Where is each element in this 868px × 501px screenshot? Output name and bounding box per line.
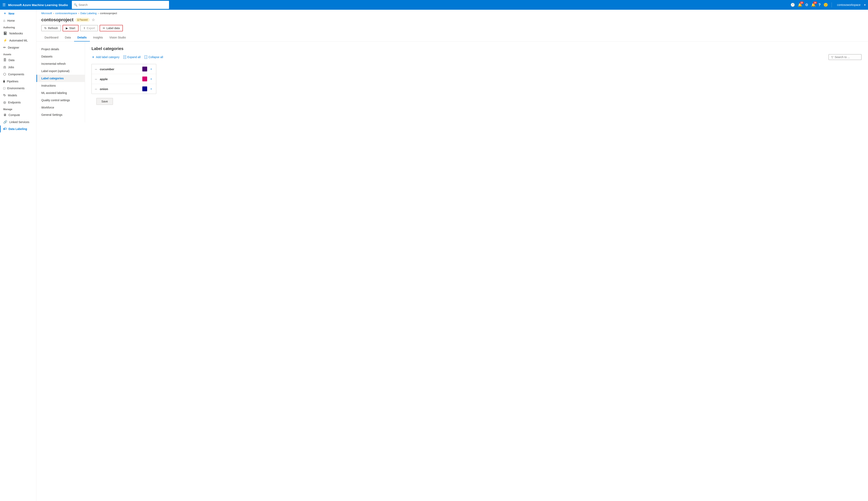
designer-icon: ✏ — [3, 45, 6, 50]
color-swatch-cucumber[interactable] — [142, 67, 147, 72]
search-icon: 🔍 — [74, 3, 77, 7]
add-subcategory-apple[interactable]: ＋ — [150, 77, 153, 81]
sidebar-item-notebooks[interactable]: 📓 Notebooks — [0, 30, 36, 37]
nav-label-export[interactable]: Label export (optional) — [36, 67, 85, 75]
workspace-selector[interactable]: This workspace ▾ — [151, 2, 167, 8]
add-subcategory-onion[interactable]: ＋ — [150, 87, 153, 91]
home-icon: ⌂ — [3, 19, 5, 22]
sidebar-item-automated-ml[interactable]: ⚡ Automated ML — [0, 37, 36, 44]
clock-icon[interactable]: 🕐 — [791, 3, 795, 7]
tab-insights[interactable]: Insights — [90, 34, 106, 42]
notebook-icon: 📓 — [3, 31, 7, 35]
main-layout: ＋ New ⌂ Home Authoring 📓 Notebooks ⚡ Aut… — [0, 10, 868, 501]
sidebar-item-data-labeling[interactable]: 🏷 Data Labeling — [0, 126, 36, 132]
breadcrumb-microsoft[interactable]: Microsoft — [41, 12, 52, 15]
jobs-label: Jobs — [8, 66, 14, 69]
color-swatch-onion[interactable] — [142, 86, 147, 91]
authoring-section: Authoring — [0, 24, 36, 30]
sidebar-item-designer[interactable]: ✏ Designer — [0, 44, 36, 51]
components-label: Components — [8, 73, 24, 76]
color-swatch-apple[interactable] — [142, 76, 147, 81]
endpoints-icon: ◎ — [3, 100, 6, 104]
user-chevron-icon[interactable]: ▾ — [864, 3, 866, 7]
nav-quality-control[interactable]: Quality control settings — [36, 97, 85, 104]
export-button[interactable]: ⬆ Export — [80, 25, 98, 31]
user-label[interactable]: contosoworkspace — [837, 3, 860, 7]
tabs: Dashboard Data Details Insights Vision S… — [36, 34, 868, 42]
star-icon[interactable]: ☆ — [92, 18, 95, 22]
status-dot: ℹ — [77, 18, 78, 21]
filter-icon: ▽ — [831, 55, 833, 59]
breadcrumb-project: contosoproject — [100, 12, 117, 15]
collapse-icon: − — [144, 55, 147, 59]
nav-workforce[interactable]: Workforce — [36, 104, 85, 111]
models-label: Models — [8, 94, 17, 97]
export-label: Export — [87, 26, 95, 30]
start-button[interactable]: ▶ Start — [63, 25, 78, 31]
assets-section: Assets — [0, 51, 36, 57]
sidebar-item-jobs[interactable]: ⚖ Jobs — [0, 64, 36, 71]
nav-ml-assisted[interactable]: ML assisted labeling — [36, 89, 85, 97]
search-input[interactable] — [78, 3, 149, 7]
sidebar-item-models[interactable]: ↻ Models — [0, 92, 36, 99]
nav-datasets[interactable]: Datasets — [36, 53, 85, 60]
breadcrumb: Microsoft › contosoworkspace › Data Labe… — [36, 10, 868, 16]
nav-incremental-refresh[interactable]: Incremental refresh — [36, 60, 85, 67]
tab-details[interactable]: Details — [74, 34, 90, 42]
bell-icon[interactable]: 🔔23 — [798, 3, 802, 7]
face-icon[interactable]: 🙂 — [824, 3, 828, 7]
alert-icon[interactable]: 🔔14 — [811, 3, 816, 7]
nav-instructions[interactable]: Instructions — [36, 82, 85, 89]
environments-label: Environments — [7, 87, 25, 90]
expand-icon: + — [124, 55, 126, 59]
collapse-all-button[interactable]: − Collapse all — [144, 55, 163, 59]
help-icon[interactable]: ? — [818, 3, 821, 7]
refresh-button[interactable]: ↻ Refresh — [41, 25, 61, 31]
sidebar-item-endpoints[interactable]: ◎ Endpoints — [0, 99, 36, 106]
breadcrumb-data-labeling[interactable]: Data Labeling — [81, 12, 97, 15]
new-label: New — [9, 12, 14, 15]
label-data-button[interactable]: ✏ Label data — [99, 25, 123, 31]
search-box[interactable]: 🔍 This workspace ▾ — [72, 1, 169, 9]
add-label-category-button[interactable]: ＋ Add label category — [92, 55, 119, 59]
sidebar-item-components[interactable]: ⬡ Components — [0, 71, 36, 78]
save-button[interactable]: Save — [96, 98, 113, 105]
category-search-box[interactable]: ▽ — [828, 54, 861, 60]
nav-general-settings[interactable]: General Settings — [36, 111, 85, 118]
hamburger-icon[interactable]: ☰ — [2, 3, 6, 7]
tab-dashboard[interactable]: Dashboard — [41, 34, 62, 42]
sidebar-item-pipelines[interactable]: ⧫ Pipelines — [0, 78, 36, 85]
top-nav-icons: 🕐 🔔23 ⚙ 🔔14 ? 🙂 contosoworkspace ▾ — [791, 2, 866, 7]
gear-icon[interactable]: ⚙ — [805, 3, 808, 7]
content-area: Project details Datasets Incremental ref… — [36, 42, 868, 122]
nav-label-categories[interactable]: Label categories — [36, 75, 85, 82]
breadcrumb-workspace[interactable]: contosoworkspace — [55, 12, 77, 15]
bullet-icon: — — [95, 78, 97, 80]
label-cat-toolbar: ＋ Add label category + Expand all − Coll… — [92, 54, 861, 60]
notebooks-label: Notebooks — [9, 32, 23, 35]
page-header: contosoproject ℹ Paused ☆ — [36, 16, 868, 22]
tab-vision-studio[interactable]: Vision Studio — [106, 34, 129, 42]
home-label: Home — [7, 19, 15, 22]
app-brand: Microsoft Azure Machine Learning Studio — [8, 3, 68, 7]
data-icon: 🗄 — [3, 58, 7, 62]
add-subcategory-cucumber[interactable]: ＋ — [150, 67, 153, 71]
sidebar-item-data[interactable]: 🗄 Data — [0, 57, 36, 64]
sidebar-item-compute[interactable]: 🖥 Compute — [0, 111, 36, 118]
category-item-apple: — apple ＋ — [92, 74, 156, 84]
pipelines-icon: ⧫ — [3, 79, 5, 83]
sidebar-item-environments[interactable]: □ Environments — [0, 85, 36, 92]
breadcrumb-sep1: › — [53, 12, 54, 15]
tab-data[interactable]: Data — [62, 34, 74, 42]
data-labeling-label: Data Labeling — [9, 127, 27, 130]
sidebar-item-home[interactable]: ⌂ Home — [0, 17, 36, 24]
category-name: apple — [100, 77, 140, 81]
category-name: onion — [100, 87, 140, 91]
sidebar-item-new[interactable]: ＋ New — [0, 10, 36, 17]
sidebar-item-linked-services[interactable]: 🔗 Linked Services — [0, 118, 36, 126]
nav-project-details[interactable]: Project details — [36, 45, 85, 53]
page-title: contosoproject — [41, 17, 74, 22]
top-navigation: ☰ Microsoft Azure Machine Learning Studi… — [0, 0, 868, 10]
expand-all-button[interactable]: + Expand all — [124, 55, 140, 59]
category-search-input[interactable] — [835, 55, 859, 59]
